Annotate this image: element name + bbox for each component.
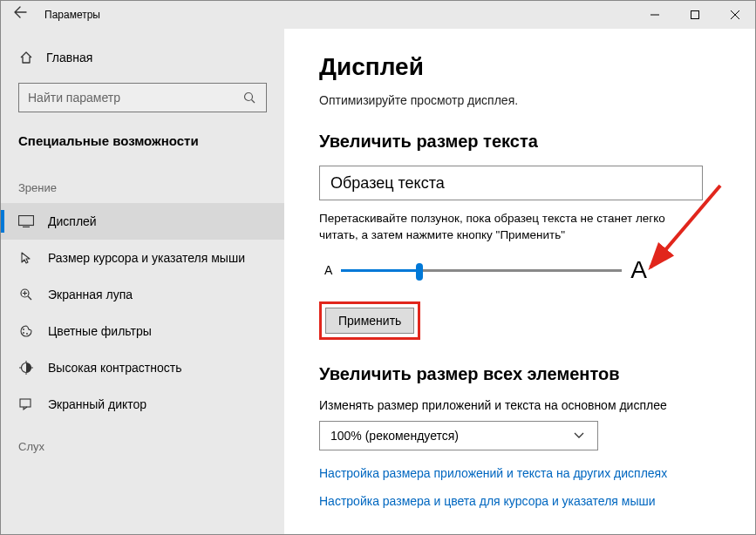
scale-value: 100% (рекомендуется) — [330, 429, 459, 443]
svg-point-13 — [23, 332, 24, 334]
svg-point-14 — [26, 333, 28, 335]
slider-track-rest — [419, 269, 622, 272]
apply-highlight: Применить — [319, 301, 420, 340]
nav-label: Экранная лупа — [48, 288, 133, 301]
slider-min-label: A — [324, 263, 332, 277]
section-text-size-title: Увеличить размер текста — [319, 132, 720, 152]
svg-rect-1 — [691, 11, 699, 19]
maximize-button[interactable] — [675, 1, 715, 29]
text-size-slider[interactable] — [341, 261, 622, 279]
apply-button[interactable]: Применить — [325, 308, 414, 334]
display-icon — [18, 213, 34, 229]
nav-item-display[interactable]: Дисплей — [1, 203, 284, 240]
page-title: Дисплей — [319, 53, 720, 81]
svg-line-5 — [252, 100, 255, 104]
svg-point-4 — [245, 93, 253, 101]
slider-max-label: A — [630, 256, 647, 284]
group-label-hearing: Слух — [1, 423, 284, 462]
slider-track-fill — [341, 269, 419, 272]
window-controls — [635, 1, 755, 29]
nav-item-cursor[interactable]: Размер курсора и указателя мыши — [1, 240, 284, 276]
nav-item-narrator[interactable]: Экранный диктор — [1, 386, 284, 423]
palette-icon — [18, 323, 34, 339]
svg-rect-6 — [19, 216, 34, 226]
search-input[interactable]: Найти параметр — [18, 83, 267, 112]
nav-item-magnifier[interactable]: Экранная лупа — [1, 276, 284, 313]
titlebar: Параметры — [1, 1, 755, 29]
svg-line-9 — [28, 296, 31, 300]
page-subtitle: Оптимизируйте просмотр дисплея. — [319, 93, 720, 107]
minimize-icon — [650, 10, 659, 19]
home-link[interactable]: Главная — [1, 44, 284, 71]
scale-description: Изменять размер приложений и текста на о… — [319, 398, 720, 412]
search-icon — [242, 90, 257, 105]
nav-item-high-contrast[interactable]: Высокая контрастность — [1, 349, 284, 386]
nav-label: Экранный диктор — [48, 397, 146, 411]
cursor-icon — [18, 250, 34, 266]
contrast-icon — [18, 360, 34, 376]
sample-text-box: Образец текста — [319, 166, 703, 200]
narrator-icon — [18, 396, 34, 412]
magnifier-icon — [18, 287, 34, 302]
link-other-displays[interactable]: Настройка размера приложений и текста на… — [319, 466, 720, 480]
nav-label: Дисплей — [48, 214, 97, 228]
nav-label: Цветные фильтры — [48, 324, 152, 338]
svg-point-12 — [23, 328, 24, 330]
window-title: Параметры — [39, 9, 635, 21]
nav-label: Размер курсора и указателя мыши — [48, 251, 245, 265]
link-cursor-settings[interactable]: Настройка размера и цвета для курсора и … — [319, 494, 720, 508]
svg-rect-20 — [20, 399, 31, 407]
minimize-button[interactable] — [635, 1, 675, 29]
search-placeholder: Найти параметр — [28, 91, 120, 105]
category-title: Специальные возможности — [1, 128, 284, 164]
slider-hint: Перетаскивайте ползунок, пока образец те… — [319, 211, 703, 244]
group-label-vision: Зрение — [1, 164, 284, 203]
sample-text: Образец текста — [330, 174, 445, 193]
nav-label: Высокая контрастность — [48, 361, 181, 375]
nav-item-color-filters[interactable]: Цветные фильтры — [1, 313, 284, 349]
slider-thumb[interactable] — [416, 263, 423, 281]
text-size-slider-row: A A — [324, 256, 647, 284]
section-scale-title: Увеличить размер всех элементов — [319, 364, 720, 384]
home-label: Главная — [46, 51, 92, 64]
main-content: Дисплей Оптимизируйте просмотр дисплея. … — [284, 29, 755, 534]
maximize-icon — [691, 10, 699, 19]
sidebar: Главная Найти параметр Специальные возмо… — [1, 29, 284, 534]
back-button[interactable] — [1, 1, 39, 29]
back-arrow-icon — [13, 5, 27, 19]
home-icon — [18, 50, 34, 65]
close-button[interactable] — [715, 1, 755, 29]
chevron-down-icon — [571, 428, 587, 444]
scale-dropdown[interactable]: 100% (рекомендуется) — [319, 421, 598, 450]
close-icon — [731, 10, 739, 19]
